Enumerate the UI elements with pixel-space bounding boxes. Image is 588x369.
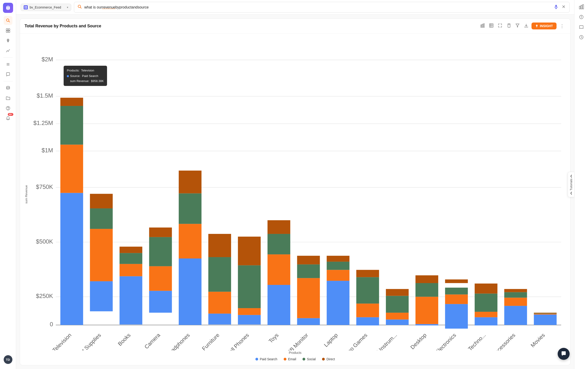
- svg-rect-11: [25, 6, 25, 7]
- main-content: bv_Ecommerce_Feed ▾ what is our revenue …: [16, 0, 574, 369]
- svg-rect-22: [482, 24, 483, 27]
- svg-text:Laptop: Laptop: [323, 332, 339, 348]
- search-text-static-1: what is our: [84, 5, 102, 10]
- bar-books-direct: [120, 246, 142, 253]
- bar-music-paid: [386, 320, 409, 325]
- svg-text:Musical Instrum...: Musical Instrum...: [363, 332, 398, 350]
- bar-acc-email: [504, 297, 527, 306]
- chart-type-icon[interactable]: [577, 3, 586, 11]
- svg-text:Furniture: Furniture: [201, 332, 221, 350]
- location-nav-icon[interactable]: [4, 36, 12, 45]
- app-logo[interactable]: [3, 3, 13, 13]
- svg-text:Toys: Toys: [267, 332, 280, 344]
- copy-button[interactable]: [505, 22, 512, 30]
- svg-point-30: [536, 25, 538, 26]
- more-options-button[interactable]: ⋮: [558, 22, 566, 30]
- tutorials-tab[interactable]: ❮ Tutorials ❮: [568, 172, 574, 197]
- svg-rect-67: [581, 5, 582, 9]
- bar-movies-email: [534, 314, 557, 315]
- chart-actions: INSIGHT ⋮: [479, 22, 566, 30]
- notification-badge: 99+: [8, 113, 13, 116]
- dataset-selector[interactable]: bv_Ecommerce_Feed ▾: [21, 4, 71, 11]
- bar-furn-email: [208, 292, 231, 314]
- notification-nav-icon[interactable]: 99+: [4, 114, 12, 123]
- svg-text:$1M: $1M: [41, 147, 53, 154]
- filter-button[interactable]: [514, 22, 521, 30]
- chart-header: Total Revenue by Products and Source: [20, 19, 570, 33]
- y-axis-label: sum Revenue: [25, 38, 28, 350]
- bar-chart-button[interactable]: [479, 22, 486, 30]
- legend-direct: Direct: [322, 357, 335, 361]
- insight-button[interactable]: INSIGHT: [531, 22, 557, 30]
- search-nav-icon[interactable]: [4, 16, 12, 25]
- bar-pet-paid: [90, 281, 113, 311]
- bar-books-social: [120, 253, 142, 264]
- svg-text:$1.5M: $1.5M: [37, 92, 53, 99]
- svg-text:$2M: $2M: [41, 56, 53, 62]
- list-nav-icon[interactable]: [4, 60, 12, 69]
- bar-cell-direct: [238, 237, 261, 265]
- bar-furn-paid: [208, 314, 231, 325]
- bar-camera-direct: [149, 227, 172, 237]
- help-nav-icon[interactable]: [4, 104, 12, 113]
- chat-nav-icon[interactable]: [4, 70, 12, 79]
- bar-television-paid: [61, 193, 83, 325]
- bar-laptop-email: [327, 270, 349, 281]
- svg-text:Movies: Movies: [529, 332, 546, 348]
- database-nav-icon[interactable]: [4, 84, 12, 92]
- svg-rect-14: [26, 8, 27, 9]
- bar-usb-direct: [297, 256, 320, 265]
- svg-point-10: [8, 109, 8, 110]
- svg-text:Accessories: Accessories: [491, 332, 517, 350]
- insight-label: INSIGHT: [540, 24, 553, 28]
- user-avatar[interactable]: TD: [4, 355, 12, 364]
- bar-television-direct: [61, 98, 83, 106]
- bar-toys-direct: [268, 220, 290, 234]
- bar-desk-paid: [416, 324, 438, 325]
- chat-button[interactable]: [558, 348, 570, 360]
- svg-marker-29: [516, 24, 519, 27]
- search-text-static-2: by: [115, 5, 119, 10]
- chevron-right-icon: ❮: [570, 191, 572, 195]
- bar-head-email: [179, 224, 202, 258]
- folder-nav-icon[interactable]: [4, 94, 12, 102]
- svg-point-71: [581, 16, 582, 17]
- chart-legend: Paid Search Email Social Direct: [25, 355, 566, 363]
- dashboard-nav-icon[interactable]: [4, 26, 12, 35]
- table-view-button[interactable]: [488, 22, 495, 30]
- download-button[interactable]: [523, 22, 530, 30]
- legend-dot-email: [284, 358, 286, 360]
- svg-rect-24: [489, 24, 493, 27]
- search-bar: what is our revenue by product and sourc…: [74, 2, 570, 13]
- svg-text:$1.25M: $1.25M: [33, 120, 53, 126]
- svg-text:Video Games: Video Games: [341, 332, 369, 350]
- svg-rect-1: [6, 29, 8, 30]
- info-icon[interactable]: [577, 13, 586, 21]
- bar-vg-email: [356, 304, 379, 317]
- legend-dot-paid: [255, 358, 258, 360]
- search-text-revenue: revenue: [102, 5, 115, 10]
- svg-rect-2: [8, 29, 10, 30]
- bar-movies-direct: [534, 313, 557, 313]
- search-query[interactable]: what is our revenue by product and sourc…: [84, 5, 551, 10]
- tutorials-label: Tutorials: [569, 179, 573, 190]
- legend-label-social: Social: [307, 357, 315, 361]
- svg-text:Desktop: Desktop: [409, 332, 428, 350]
- bar-pet-social: [90, 208, 113, 229]
- history-icon[interactable]: [577, 33, 586, 41]
- analytics-nav-icon[interactable]: [4, 46, 12, 55]
- microphone-button[interactable]: [553, 4, 559, 10]
- expand-button[interactable]: [497, 22, 504, 30]
- bar-head-social: [179, 194, 202, 224]
- svg-rect-66: [579, 6, 580, 9]
- bar-music-email: [386, 313, 409, 320]
- clear-search-button[interactable]: [561, 4, 566, 10]
- svg-rect-4: [8, 31, 10, 32]
- bar-television-email: [61, 144, 83, 193]
- chevron-left-icon: ❮: [570, 174, 572, 178]
- bar-camera-social: [149, 237, 172, 266]
- svg-text:Television: Television: [51, 332, 72, 350]
- sidebar-divider-1: [3, 57, 13, 58]
- search-right-icon[interactable]: [577, 23, 586, 31]
- bar-music-social: [386, 296, 409, 313]
